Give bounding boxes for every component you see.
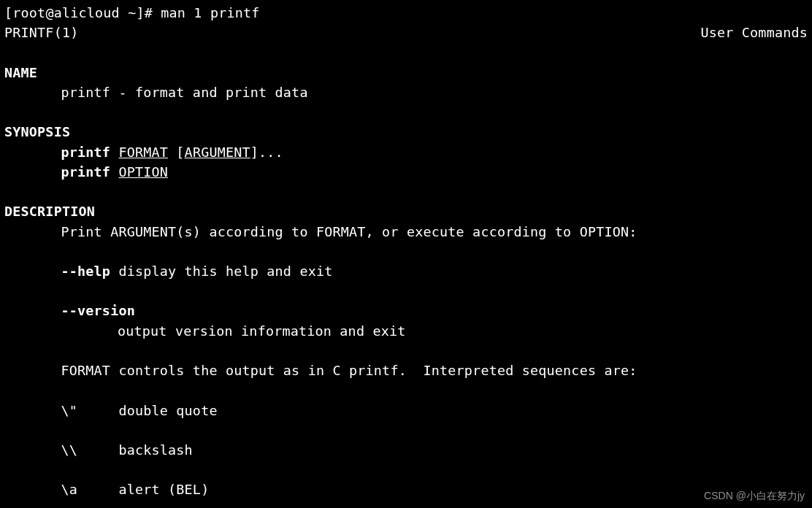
command-text: man 1 printf xyxy=(161,5,259,20)
synopsis-line-1: printf FORMAT [ARGUMENT]... xyxy=(4,142,808,162)
synopsis-line-2: printf OPTION xyxy=(4,162,808,182)
prompt-user: root xyxy=(12,5,45,20)
seq1-val: double quote xyxy=(118,403,217,418)
section-name-title: NAME xyxy=(4,63,808,82)
seq-row-3: \a alert (BEL) xyxy=(4,480,808,499)
blank xyxy=(4,102,808,122)
synopsis-option: OPTION xyxy=(118,164,168,180)
synopsis-cmd: printf xyxy=(61,145,111,160)
prompt-close: ] xyxy=(136,5,144,20)
man-header-left: PRINTF(1) xyxy=(4,23,78,42)
blank xyxy=(4,42,808,62)
man-header-center: User Commands xyxy=(700,23,808,42)
help-flag: --help xyxy=(61,263,111,279)
section-synopsis-title: SYNOPSIS xyxy=(4,122,808,142)
blank xyxy=(4,182,808,201)
seq2-key: \\ xyxy=(61,442,78,458)
watermark: CSDN @小白在努力jy xyxy=(704,488,805,504)
man-header: PRINTF(1) User Commands xyxy=(4,23,808,42)
blank xyxy=(4,420,808,440)
blank xyxy=(4,380,808,400)
description-intro: Print ARGUMENT(s) according to FORMAT, o… xyxy=(4,222,808,242)
seq2-val: backslash xyxy=(118,442,192,458)
prompt-space xyxy=(120,5,128,20)
blank xyxy=(4,242,808,261)
help-text: display this help and exit xyxy=(110,263,332,279)
version-text: output version information and exit xyxy=(4,321,808,341)
prompt-symbol: # xyxy=(145,5,153,20)
synopsis-open: [ xyxy=(168,145,185,160)
synopsis-cmd2: printf xyxy=(61,164,111,180)
version-flag: --version xyxy=(61,303,135,318)
seq3-key: \a xyxy=(61,482,78,497)
section-name-text: printf - format and print data xyxy=(4,82,808,102)
prompt-sep xyxy=(153,5,161,20)
seq-row-2: \\ backslash xyxy=(4,440,808,460)
section-description-title: DESCRIPTION xyxy=(4,201,808,221)
prompt-open: [ xyxy=(4,5,12,20)
prompt-at: @ xyxy=(45,5,53,20)
shell-prompt-line[interactable]: [root@alicloud ~]# man 1 printf xyxy=(4,3,808,23)
version-flag-line: --version xyxy=(4,301,808,320)
blank xyxy=(4,341,808,361)
format-text: FORMAT controls the output as in C print… xyxy=(4,361,808,380)
help-line: --help display this help and exit xyxy=(4,261,808,281)
seq1-key: \" xyxy=(61,403,78,418)
synopsis-close: ]... xyxy=(250,145,283,160)
seq-row-1: \" double quote xyxy=(4,401,808,420)
synopsis-format: FORMAT xyxy=(118,145,168,160)
prompt-host: alicloud xyxy=(54,5,120,20)
synopsis-arg: ARGUMENT xyxy=(185,145,250,160)
blank xyxy=(4,281,808,301)
seq3-val: alert (BEL) xyxy=(118,482,209,497)
blank xyxy=(4,460,808,480)
prompt-cwd: ~ xyxy=(128,5,136,20)
